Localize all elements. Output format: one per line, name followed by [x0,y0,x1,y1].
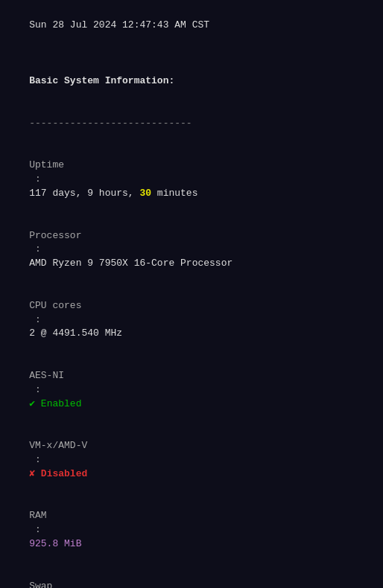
blank1 [6,47,377,61]
datetime-line: Sun 28 Jul 2024 12:47:43 AM CST [6,4,377,47]
aes-line: AES-NI : ✔ Enabled [6,355,377,425]
swap-line: Swap : 1.0 GiB [6,566,377,588]
basic-title: Basic System Information: [6,60,377,103]
vmx-line: VM-x/AMD-V : ✘ Disabled [6,425,377,495]
cpu-cores-line: CPU cores : 2 @ 4491.540 MHz [6,285,377,355]
ram-line: RAM : 925.8 MiB [6,496,377,566]
processor-line: Processor : AMD Ryzen 9 7950X 16-Core Pr… [6,215,377,285]
uptime-line: Uptime : 117 days, 9 hours, 30 minutes [6,144,377,214]
datetime: Sun 28 Jul 2024 12:47:43 AM CST [29,19,209,31]
terminal-output: Sun 28 Jul 2024 12:47:43 AM CST Basic Sy… [6,4,377,588]
basic-sep: ---------------------------- [6,103,377,145]
